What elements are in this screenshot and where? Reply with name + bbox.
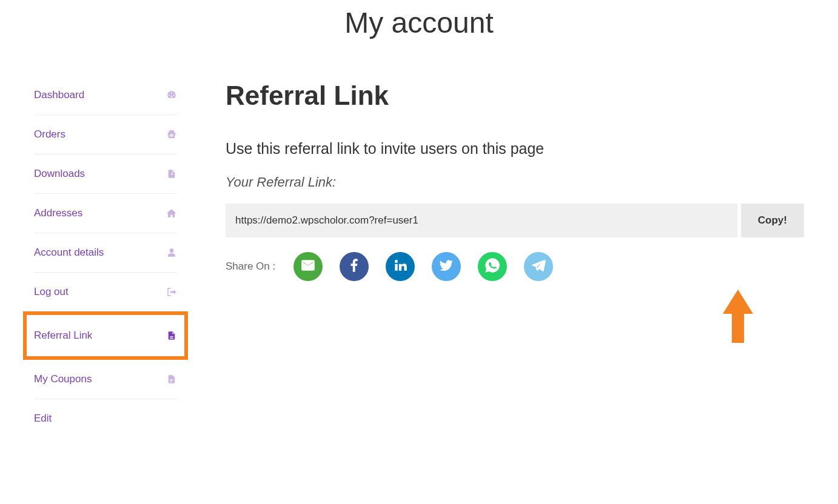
sidebar-item-orders[interactable]: Orders [34,114,177,154]
gauge-icon [166,90,177,101]
sidebar-item-label: Log out [34,286,69,298]
basket-icon [166,129,177,140]
telegram-icon [531,257,546,276]
sidebar: Dashboard Orders Downloads Addresses Acc… [34,76,177,438]
sidebar-item-label: Addresses [34,207,82,219]
share-whatsapp-button[interactable] [478,252,507,281]
sidebar-highlight-annotation: Referral Link [23,311,188,360]
referral-link-input[interactable] [226,204,737,237]
sidebar-item-label: Orders [34,128,65,141]
sidebar-item-account-details[interactable]: Account details [34,233,177,272]
sidebar-item-logout[interactable]: Log out [34,272,177,311]
referral-link-label: Your Referral Link: [226,174,804,190]
main-subheading: Use this referral link to invite users o… [226,140,804,158]
linkedin-icon [392,257,408,276]
page-title: My account [0,0,838,76]
user-icon [166,247,177,258]
facebook-icon [346,257,362,276]
share-telegram-button[interactable] [524,252,553,281]
sidebar-item-addresses[interactable]: Addresses [34,193,177,233]
document-icon [166,330,177,341]
email-icon [300,257,316,276]
main-heading: Referral Link [226,81,804,111]
sidebar-item-edit[interactable]: Edit [34,399,177,438]
twitter-icon [438,257,454,276]
copy-button[interactable]: Copy! [741,204,804,237]
coupon-icon [166,374,177,385]
home-icon [166,208,177,219]
sidebar-item-dashboard[interactable]: Dashboard [34,76,177,114]
sidebar-item-label: Referral Link [34,330,92,342]
arrow-annotation [723,290,753,345]
signout-icon [166,287,177,297]
share-on-label: Share On : [226,260,275,273]
share-twitter-button[interactable] [432,252,461,281]
sidebar-item-referral-link[interactable]: Referral Link [34,315,177,356]
sidebar-item-label: Edit [34,413,52,425]
share-facebook-button[interactable] [340,252,369,281]
share-email-button[interactable] [293,252,323,281]
share-linkedin-button[interactable] [386,252,415,281]
sidebar-item-label: Downloads [34,168,85,180]
sidebar-item-label: Account details [34,247,104,259]
sidebar-item-my-coupons[interactable]: My Coupons [34,360,177,399]
sidebar-item-label: My Coupons [34,373,92,385]
file-download-icon [166,168,177,179]
sidebar-item-label: Dashboard [34,89,84,101]
whatsapp-icon [484,257,501,276]
main-content: Referral Link Use this referral link to … [226,76,804,438]
sidebar-item-downloads[interactable]: Downloads [34,154,177,193]
